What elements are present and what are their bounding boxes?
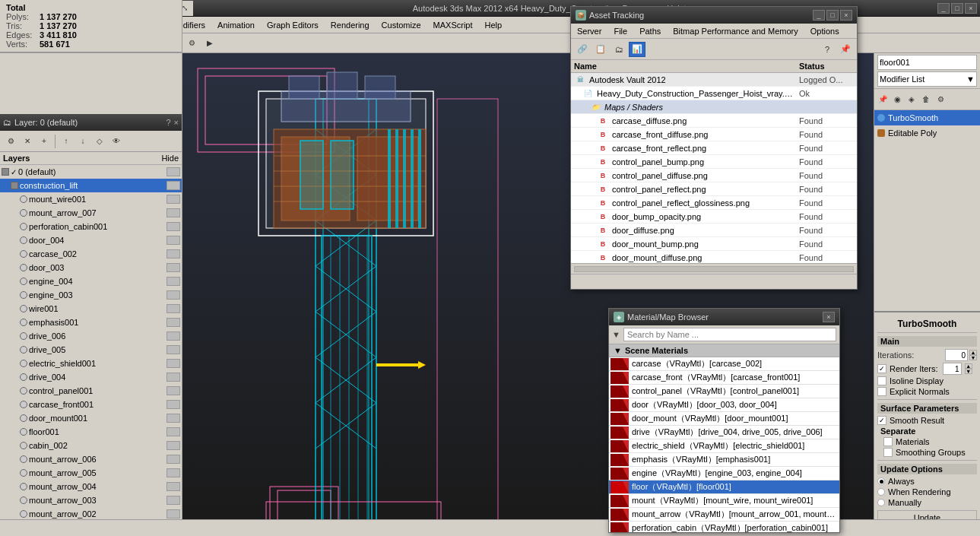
at-tb-help[interactable]: ?: [819, 42, 836, 57]
menu-graph-editors[interactable]: Graph Editors: [261, 19, 325, 31]
layer-item[interactable]: mount_arrow_003: [0, 493, 182, 507]
asset-table-row[interactable]: Bcarcase_diffuse.pngFound: [571, 114, 857, 128]
close-btn[interactable]: ×: [965, 3, 977, 14]
layer-visibility[interactable]: [167, 373, 180, 382]
modifier-item-editable-poly[interactable]: Editable Poly: [874, 125, 980, 141]
layer-item[interactable]: mount_arrow_002: [0, 507, 182, 519]
mod-tb-remove[interactable]: 🗑: [919, 92, 933, 107]
asset-maximize-btn[interactable]: □: [826, 10, 839, 21]
asset-table-row[interactable]: Bdoor_mount_bump.pngFound: [571, 237, 857, 251]
material-item[interactable]: carcase_front（VRayMtl）[carcase_front001]: [609, 371, 839, 385]
minimize-btn[interactable]: _: [937, 3, 950, 14]
asset-table-row[interactable]: Bcontrol_panel_reflect.pngFound: [571, 182, 857, 196]
layer-item[interactable]: mount_wire001: [0, 192, 182, 206]
material-item[interactable]: door_mount（VRayMtl）[door_mount001]: [609, 412, 839, 426]
layer-visibility[interactable]: [167, 318, 180, 327]
layer-visibility[interactable]: [167, 414, 180, 423]
layer-visibility[interactable]: [167, 496, 180, 505]
scrollbar-thumb[interactable]: [574, 266, 854, 272]
at-menu-server[interactable]: Server: [571, 25, 607, 37]
layer-visibility[interactable]: [167, 455, 180, 464]
menu-animation[interactable]: Animation: [211, 19, 261, 31]
layer-item[interactable]: wire001: [0, 302, 182, 316]
material-item[interactable]: mount_arrow（VRayMtl）[mount_arrow_001, mo…: [609, 508, 839, 522]
material-item[interactable]: drive（VRayMtl）[drive_004, drive_005, dri…: [609, 426, 839, 439]
always-option[interactable]: Always: [877, 477, 977, 486]
update-button[interactable]: Update: [877, 510, 977, 519]
layer-item[interactable]: electric_shield001: [0, 357, 182, 370]
material-item[interactable]: control_panel（VRayMtl）[control_panel001]: [609, 385, 839, 398]
layer-visibility[interactable]: [167, 331, 180, 341]
menu-help[interactable]: Help: [479, 19, 509, 31]
layer-visibility[interactable]: [167, 386, 180, 395]
layer-manager-close[interactable]: ×: [174, 118, 179, 127]
at-tb-pin[interactable]: 📌: [837, 42, 854, 57]
mod-tb-configure[interactable]: ⚙: [934, 92, 947, 107]
asset-table-row[interactable]: Bdoor_bump_opacity.pngFound: [571, 210, 857, 224]
at-tb-btn2[interactable]: 📋: [592, 42, 609, 57]
asset-minimize-btn[interactable]: _: [813, 10, 825, 21]
always-radio[interactable]: [877, 477, 885, 485]
matbrowser-close-btn[interactable]: ×: [823, 312, 835, 322]
lp-btn-delete[interactable]: ✕: [20, 134, 35, 149]
lp-btn-select[interactable]: ◇: [92, 134, 107, 149]
layer-item[interactable]: carcase_002: [0, 247, 182, 261]
manually-option[interactable]: Manually: [877, 498, 977, 507]
layer-item[interactable]: mount_arrow_007: [0, 206, 182, 220]
layer-visibility[interactable]: [167, 345, 180, 354]
layer-item[interactable]: engine_004: [0, 274, 182, 288]
when-rendering-radio[interactable]: [877, 488, 885, 496]
object-name-input[interactable]: [877, 55, 977, 70]
asset-table-row[interactable]: 📄Heavy_Duty_Construction_Passenger_Hoist…: [571, 87, 857, 100]
layer-visibility[interactable]: [167, 236, 180, 245]
materials-check[interactable]: [883, 437, 893, 446]
at-menu-file[interactable]: File: [607, 25, 633, 37]
modifier-list-dropdown[interactable]: Modifier List ▼: [877, 71, 977, 87]
asset-table-row[interactable]: Bcarcase_front_reflect.pngFound: [571, 141, 857, 155]
smooth-result-check[interactable]: [877, 416, 886, 425]
layer-visibility[interactable]: [167, 222, 180, 231]
asset-table-row[interactable]: Bcontrol_panel_bump.pngFound: [571, 155, 857, 169]
material-item[interactable]: engine（VRayMtl）[engine_003, engine_004]: [609, 467, 839, 480]
iterations-down[interactable]: ▼: [969, 355, 977, 360]
layer-visibility[interactable]: [167, 208, 180, 217]
iterations-input[interactable]: [945, 349, 968, 361]
layer-item[interactable]: drive_004: [0, 370, 182, 384]
layer-visibility[interactable]: [167, 277, 180, 286]
material-item[interactable]: perforation_cabin（VRayMtl）[perforation_c…: [609, 522, 839, 532]
asset-table-row[interactable]: 🏛Autodesk Vault 2012Logged O...: [571, 73, 857, 87]
asset-table-row[interactable]: Bcontrol_panel_reflect_glossiness.pngFou…: [571, 196, 857, 210]
menu-rendering[interactable]: Rendering: [325, 19, 376, 31]
explicit-normals-check[interactable]: [877, 387, 886, 396]
layer-visibility[interactable]: [167, 509, 180, 519]
layer-visibility[interactable]: [167, 427, 180, 436]
mod-tb-show-result[interactable]: ◉: [890, 92, 904, 107]
layer-visibility[interactable]: [167, 195, 180, 204]
search-arrow-icon[interactable]: ▼: [612, 330, 620, 339]
at-menu-paths[interactable]: Paths: [633, 25, 667, 37]
material-item[interactable]: floor（VRayMtl）[floor001]: [609, 480, 839, 494]
modifier-item-turbosmooth[interactable]: TurboSmooth: [874, 110, 980, 125]
layer-item[interactable]: floor001: [0, 425, 182, 439]
layer-item[interactable]: door_003: [0, 261, 182, 274]
layer-visibility[interactable]: [167, 263, 180, 272]
asset-table-row[interactable]: Bcarcase_front_diffuse.pngFound: [571, 128, 857, 141]
smoothing-groups-check[interactable]: [883, 448, 893, 457]
menu-customize[interactable]: Customize: [376, 19, 427, 31]
at-tb-btn1[interactable]: 🔗: [574, 42, 591, 57]
layer-item[interactable]: drive_006: [0, 329, 182, 343]
layer-visibility[interactable]: [167, 167, 180, 176]
asset-table-row[interactable]: Bdoor_mount_diffuse.pngFound: [571, 251, 857, 263]
material-item[interactable]: door（VRayMtl）[door_003, door_004]: [609, 398, 839, 412]
maximize-btn[interactable]: □: [951, 3, 963, 14]
lp-btn-settings[interactable]: ⚙: [3, 134, 18, 149]
layer-item[interactable]: control_panel001: [0, 384, 182, 398]
when-rendering-option[interactable]: When Rendering: [877, 487, 977, 496]
manually-radio[interactable]: [877, 499, 885, 506]
tb-render[interactable]: ▶: [201, 36, 218, 51]
layer-visibility[interactable]: [167, 290, 180, 300]
mod-tb-make-unique[interactable]: ◈: [905, 92, 918, 107]
layer-visibility[interactable]: [167, 181, 180, 190]
lp-btn-add[interactable]: +: [36, 134, 52, 149]
at-menu-bitmap[interactable]: Bitmap Performance and Memory: [667, 25, 804, 37]
